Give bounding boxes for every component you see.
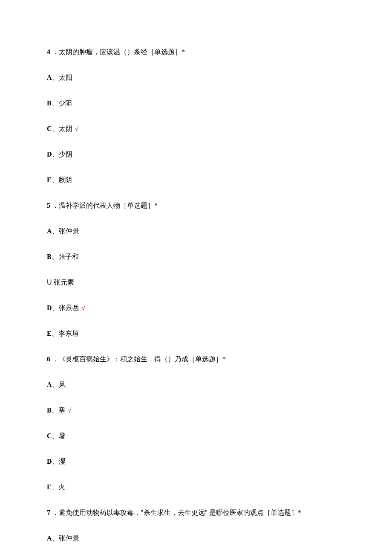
option: A、太阳 bbox=[47, 73, 345, 83]
question-number: 7 bbox=[47, 509, 50, 516]
option: A、张仲景 bbox=[47, 533, 345, 543]
question-number: 6 bbox=[47, 355, 50, 363]
option-text: 湿 bbox=[59, 458, 66, 465]
option: B、少阳 bbox=[47, 98, 345, 108]
option-letter: B bbox=[47, 253, 52, 260]
question-number: 4 bbox=[47, 48, 50, 55]
question: 4 ．太阴的肿瘤，应该温（）条经［单选题］*A、太阳B、少阳C、太阴 √D、少阴… bbox=[47, 47, 345, 185]
option-text: 张仲景 bbox=[59, 535, 79, 542]
option: A、张仲景 bbox=[47, 226, 345, 236]
option: E、厥阴 bbox=[47, 175, 345, 185]
option: E、李东垣 bbox=[47, 328, 345, 339]
option-text: 张景岳 bbox=[59, 304, 79, 311]
question-stem: 4 ．太阴的肿瘤，应该温（）条经［单选题］* bbox=[47, 47, 345, 57]
option-letter: E bbox=[47, 483, 52, 491]
option-separator: 、 bbox=[52, 407, 58, 414]
option-text: 太阴 bbox=[59, 125, 72, 132]
option-letter: E bbox=[47, 330, 52, 337]
option: B、寒 √ bbox=[47, 405, 345, 416]
question: 6 ．《灵枢百病始生》：积之始生，得（）乃成［单选题］*A、风B、寒 √C、暑D… bbox=[47, 354, 345, 492]
option-separator: 、 bbox=[52, 227, 59, 235]
question: 7 ．避免使用动物药以毒攻毒，"杀生求生，去生更远" 是哪位医家的观点［单选题］… bbox=[47, 508, 345, 555]
option: C、太阴 √ bbox=[47, 124, 345, 134]
option-separator: 、 bbox=[52, 99, 58, 107]
question-text: ．温补学派的代表人物［单选题］* bbox=[50, 202, 158, 209]
option-letter: D bbox=[47, 304, 52, 311]
question-text: ．避免使用动物药以毒攻毒，"杀生求生，去生更远" 是哪位医家的观点［单选题］* bbox=[50, 509, 301, 516]
option-text: 暑 bbox=[59, 432, 66, 439]
option-text: 风 bbox=[59, 381, 66, 388]
option-text: 李东垣 bbox=[58, 330, 79, 337]
option-separator: 、 bbox=[52, 432, 59, 439]
option-letter: A bbox=[47, 381, 52, 388]
option-letter: A bbox=[47, 227, 52, 235]
option-letter: D bbox=[47, 151, 52, 158]
option: A、风 bbox=[47, 380, 345, 390]
option-separator: 、 bbox=[52, 74, 59, 81]
option-separator: 、 bbox=[52, 125, 59, 132]
option-separator: 、 bbox=[52, 458, 59, 465]
option-text: 少阴 bbox=[59, 151, 72, 158]
option-text: 火 bbox=[58, 483, 65, 491]
option-text: 寒 bbox=[58, 407, 65, 414]
option-letter: B bbox=[47, 407, 52, 414]
question-stem: 6 ．《灵枢百病始生》：积之始生，得（）乃成［单选题］* bbox=[47, 354, 345, 364]
option-letter: C bbox=[47, 125, 52, 132]
option-text: 少阳 bbox=[58, 99, 72, 107]
option: E、火 bbox=[47, 482, 345, 492]
option-letter: B bbox=[47, 99, 52, 107]
option: D、湿 bbox=[47, 456, 345, 467]
option-text: 张仲景 bbox=[59, 227, 79, 235]
check-mark-icon: √ bbox=[73, 125, 79, 132]
option: C、暑 bbox=[47, 431, 345, 441]
option-text: 厥阴 bbox=[58, 176, 72, 183]
option-separator: 、 bbox=[52, 304, 59, 311]
option-separator: 、 bbox=[52, 176, 58, 183]
question-number: 5 bbox=[47, 202, 50, 209]
check-mark-icon: √ bbox=[66, 407, 72, 414]
question-text: ．《灵枢百病始生》：积之始生，得（）乃成［单选题］* bbox=[50, 355, 226, 363]
option-misprint: U 张元素 bbox=[47, 277, 345, 288]
question-stem: 5 ．温补学派的代表人物［单选题］* bbox=[47, 200, 345, 211]
check-mark-icon: √ bbox=[80, 304, 86, 311]
option-text: 张子和 bbox=[58, 253, 79, 260]
option-separator: 、 bbox=[52, 253, 58, 260]
option-separator: 、 bbox=[52, 330, 58, 337]
option-text: 太阳 bbox=[59, 74, 72, 81]
option-letter: E bbox=[47, 176, 52, 183]
option: D、张景岳 √ bbox=[47, 303, 345, 313]
option-letter: A bbox=[47, 535, 52, 542]
option-letter: D bbox=[47, 458, 52, 465]
option: D、少阴 bbox=[47, 149, 345, 160]
question-text: ．太阴的肿瘤，应该温（）条经［单选题］* bbox=[50, 48, 185, 55]
question: 5 ．温补学派的代表人物［单选题］*A、张仲景B、张子和U 张元素D、张景岳 √… bbox=[47, 200, 345, 339]
option-separator: 、 bbox=[52, 151, 59, 158]
option-separator: 、 bbox=[52, 483, 58, 491]
question-stem: 7 ．避免使用动物药以毒攻毒，"杀生求生，去生更远" 是哪位医家的观点［单选题］… bbox=[47, 508, 345, 518]
option-letter: A bbox=[47, 74, 52, 81]
option-separator: 、 bbox=[52, 381, 59, 388]
option-letter: C bbox=[47, 432, 52, 439]
option-separator: 、 bbox=[52, 535, 59, 542]
option: B、张子和 bbox=[47, 252, 345, 262]
